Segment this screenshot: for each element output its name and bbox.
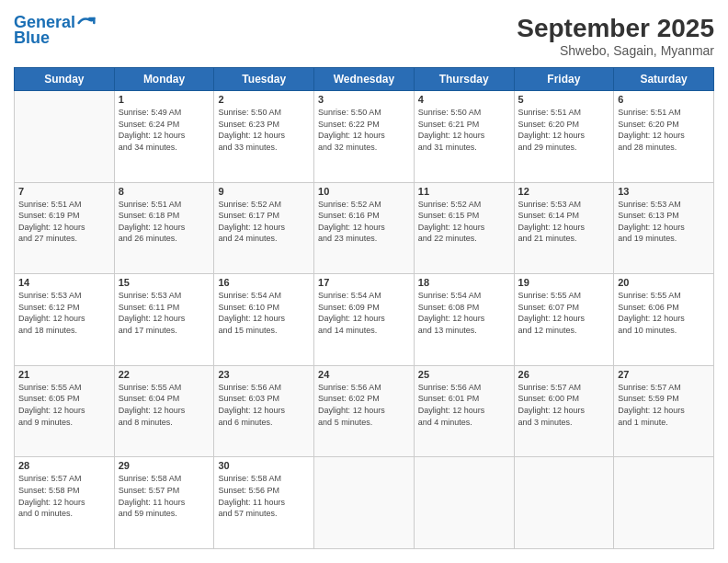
col-sunday: Sunday xyxy=(15,68,115,91)
table-cell: 1Sunrise: 5:49 AMSunset: 6:24 PMDaylight… xyxy=(114,91,214,183)
day-info: Sunrise: 5:51 AMSunset: 6:19 PMDaylight:… xyxy=(18,199,110,245)
day-info: Sunrise: 5:51 AMSunset: 6:20 PMDaylight:… xyxy=(618,107,710,153)
calendar-header-row: Sunday Monday Tuesday Wednesday Thursday… xyxy=(15,68,714,91)
day-number: 11 xyxy=(418,186,510,197)
day-number: 26 xyxy=(518,369,610,380)
location-subtitle: Shwebo, Sagain, Myanmar xyxy=(517,43,714,58)
table-cell: 17Sunrise: 5:54 AMSunset: 6:09 PMDayligh… xyxy=(314,274,415,366)
day-number: 6 xyxy=(618,94,710,105)
day-info: Sunrise: 5:56 AMSunset: 6:03 PMDaylight:… xyxy=(218,382,310,428)
day-info: Sunrise: 5:55 AMSunset: 6:07 PMDaylight:… xyxy=(518,290,610,336)
day-number: 4 xyxy=(418,94,510,105)
table-cell: 22Sunrise: 5:55 AMSunset: 6:04 PMDayligh… xyxy=(114,365,214,457)
table-cell: 24Sunrise: 5:56 AMSunset: 6:02 PMDayligh… xyxy=(314,365,415,457)
table-cell: 12Sunrise: 5:53 AMSunset: 6:14 PMDayligh… xyxy=(514,182,614,274)
day-info: Sunrise: 5:51 AMSunset: 6:18 PMDaylight:… xyxy=(119,199,210,245)
day-number: 2 xyxy=(218,94,310,105)
day-number: 13 xyxy=(618,186,710,197)
day-info: Sunrise: 5:52 AMSunset: 6:15 PMDaylight:… xyxy=(418,199,510,245)
col-thursday: Thursday xyxy=(414,68,514,91)
col-tuesday: Tuesday xyxy=(214,68,314,91)
day-info: Sunrise: 5:56 AMSunset: 6:01 PMDaylight:… xyxy=(418,382,510,428)
day-number: 19 xyxy=(518,277,610,288)
table-cell: 8Sunrise: 5:51 AMSunset: 6:18 PMDaylight… xyxy=(114,182,214,274)
col-friday: Friday xyxy=(514,68,614,91)
day-number: 1 xyxy=(119,94,210,105)
day-info: Sunrise: 5:51 AMSunset: 6:20 PMDaylight:… xyxy=(518,107,610,153)
day-number: 30 xyxy=(218,460,310,471)
table-cell: 11Sunrise: 5:52 AMSunset: 6:15 PMDayligh… xyxy=(414,182,514,274)
day-number: 25 xyxy=(418,369,510,380)
header: General Blue September 2025 Shwebo, Saga… xyxy=(14,14,714,58)
day-number: 17 xyxy=(318,277,410,288)
col-monday: Monday xyxy=(114,68,214,91)
col-saturday: Saturday xyxy=(614,68,714,91)
day-info: Sunrise: 5:57 AMSunset: 6:00 PMDaylight:… xyxy=(518,382,610,428)
page: General Blue September 2025 Shwebo, Saga… xyxy=(0,0,728,563)
day-info: Sunrise: 5:53 AMSunset: 6:14 PMDaylight:… xyxy=(518,199,610,245)
day-info: Sunrise: 5:54 AMSunset: 6:09 PMDaylight:… xyxy=(318,290,410,336)
day-number: 20 xyxy=(618,277,710,288)
day-info: Sunrise: 5:52 AMSunset: 6:16 PMDaylight:… xyxy=(318,199,410,245)
day-number: 7 xyxy=(18,186,110,197)
table-cell: 14Sunrise: 5:53 AMSunset: 6:12 PMDayligh… xyxy=(15,274,115,366)
title-section: September 2025 Shwebo, Sagain, Myanmar xyxy=(517,14,714,58)
table-cell: 13Sunrise: 5:53 AMSunset: 6:13 PMDayligh… xyxy=(614,182,714,274)
day-number: 3 xyxy=(318,94,410,105)
table-cell xyxy=(514,457,614,549)
table-cell: 30Sunrise: 5:58 AMSunset: 5:56 PMDayligh… xyxy=(214,457,314,549)
month-title: September 2025 xyxy=(517,14,714,43)
day-number: 21 xyxy=(18,369,110,380)
calendar-week-row: 21Sunrise: 5:55 AMSunset: 6:05 PMDayligh… xyxy=(15,365,714,457)
day-number: 23 xyxy=(218,369,310,380)
day-info: Sunrise: 5:57 AMSunset: 5:59 PMDaylight:… xyxy=(618,382,710,428)
table-cell: 4Sunrise: 5:50 AMSunset: 6:21 PMDaylight… xyxy=(414,91,514,183)
day-info: Sunrise: 5:55 AMSunset: 6:06 PMDaylight:… xyxy=(618,290,710,336)
table-cell xyxy=(15,91,115,183)
table-cell: 29Sunrise: 5:58 AMSunset: 5:57 PMDayligh… xyxy=(114,457,214,549)
table-cell: 15Sunrise: 5:53 AMSunset: 6:11 PMDayligh… xyxy=(114,274,214,366)
table-cell: 6Sunrise: 5:51 AMSunset: 6:20 PMDaylight… xyxy=(614,91,714,183)
table-cell: 3Sunrise: 5:50 AMSunset: 6:22 PMDaylight… xyxy=(314,91,415,183)
day-info: Sunrise: 5:53 AMSunset: 6:13 PMDaylight:… xyxy=(618,199,710,245)
day-info: Sunrise: 5:56 AMSunset: 6:02 PMDaylight:… xyxy=(318,382,410,428)
col-wednesday: Wednesday xyxy=(314,68,415,91)
day-info: Sunrise: 5:57 AMSunset: 5:58 PMDaylight:… xyxy=(18,473,110,519)
table-cell xyxy=(314,457,415,549)
calendar-week-row: 14Sunrise: 5:53 AMSunset: 6:12 PMDayligh… xyxy=(15,274,714,366)
table-cell: 18Sunrise: 5:54 AMSunset: 6:08 PMDayligh… xyxy=(414,274,514,366)
day-info: Sunrise: 5:53 AMSunset: 6:12 PMDaylight:… xyxy=(18,290,110,336)
table-cell: 23Sunrise: 5:56 AMSunset: 6:03 PMDayligh… xyxy=(214,365,314,457)
day-number: 29 xyxy=(119,460,210,471)
day-number: 15 xyxy=(119,277,210,288)
table-cell: 21Sunrise: 5:55 AMSunset: 6:05 PMDayligh… xyxy=(15,365,115,457)
day-info: Sunrise: 5:55 AMSunset: 6:04 PMDaylight:… xyxy=(119,382,210,428)
table-cell: 27Sunrise: 5:57 AMSunset: 5:59 PMDayligh… xyxy=(614,365,714,457)
calendar-week-row: 1Sunrise: 5:49 AMSunset: 6:24 PMDaylight… xyxy=(15,91,714,183)
day-info: Sunrise: 5:55 AMSunset: 6:05 PMDaylight:… xyxy=(18,382,110,428)
day-number: 5 xyxy=(518,94,610,105)
day-number: 18 xyxy=(418,277,510,288)
day-number: 22 xyxy=(119,369,210,380)
day-info: Sunrise: 5:50 AMSunset: 6:21 PMDaylight:… xyxy=(418,107,510,153)
logo: General Blue xyxy=(14,14,96,48)
day-info: Sunrise: 5:58 AMSunset: 5:57 PMDaylight:… xyxy=(119,473,210,519)
table-cell xyxy=(414,457,514,549)
table-cell: 28Sunrise: 5:57 AMSunset: 5:58 PMDayligh… xyxy=(15,457,115,549)
table-cell: 10Sunrise: 5:52 AMSunset: 6:16 PMDayligh… xyxy=(314,182,415,274)
day-number: 10 xyxy=(318,186,410,197)
day-info: Sunrise: 5:52 AMSunset: 6:17 PMDaylight:… xyxy=(218,199,310,245)
day-number: 16 xyxy=(218,277,310,288)
day-info: Sunrise: 5:49 AMSunset: 6:24 PMDaylight:… xyxy=(119,107,210,153)
day-info: Sunrise: 5:58 AMSunset: 5:56 PMDaylight:… xyxy=(218,473,310,519)
day-number: 9 xyxy=(218,186,310,197)
day-info: Sunrise: 5:50 AMSunset: 6:23 PMDaylight:… xyxy=(218,107,310,153)
table-cell: 25Sunrise: 5:56 AMSunset: 6:01 PMDayligh… xyxy=(414,365,514,457)
table-cell: 2Sunrise: 5:50 AMSunset: 6:23 PMDaylight… xyxy=(214,91,314,183)
day-number: 24 xyxy=(318,369,410,380)
day-info: Sunrise: 5:53 AMSunset: 6:11 PMDaylight:… xyxy=(119,290,210,336)
table-cell: 19Sunrise: 5:55 AMSunset: 6:07 PMDayligh… xyxy=(514,274,614,366)
table-cell: 26Sunrise: 5:57 AMSunset: 6:00 PMDayligh… xyxy=(514,365,614,457)
calendar-week-row: 7Sunrise: 5:51 AMSunset: 6:19 PMDaylight… xyxy=(15,182,714,274)
table-cell: 9Sunrise: 5:52 AMSunset: 6:17 PMDaylight… xyxy=(214,182,314,274)
